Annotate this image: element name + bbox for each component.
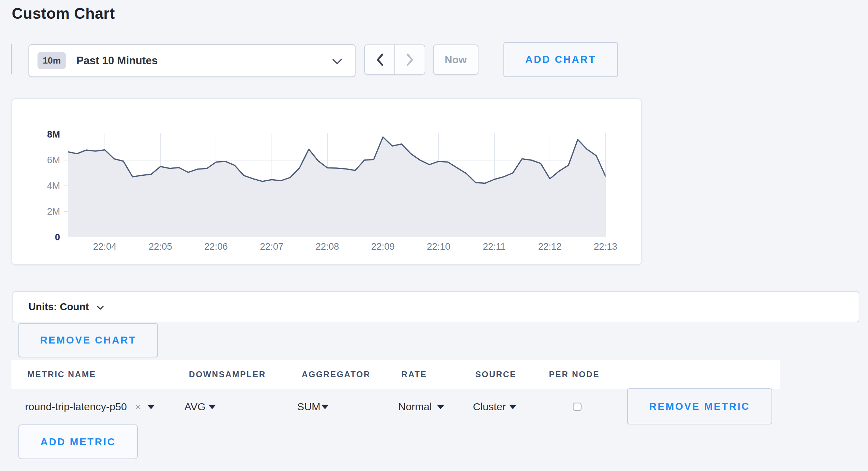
units-dropdown[interactable]: Units: Count	[12, 291, 859, 322]
now-button-label: Now	[445, 54, 467, 66]
col-header-downsampler: DOWNSAMPLER	[189, 360, 266, 389]
y-tick-label: 8M	[18, 129, 60, 140]
caret-down-icon[interactable]	[147, 405, 155, 409]
x-tick-label: 22:11	[470, 241, 519, 252]
time-range-badge: 10m	[37, 52, 66, 69]
col-header-source: SOURCE	[475, 360, 516, 389]
metric-name-dropdown[interactable]: round-trip-latency-p50	[25, 389, 127, 425]
custom-chart-page: Custom Chart 10m Past 10 Minutes Now ADD…	[0, 0, 868, 471]
time-prev-button[interactable]	[364, 44, 395, 75]
time-next-button[interactable]	[394, 44, 425, 75]
x-tick-label: 22:10	[414, 241, 463, 252]
add-metric-label: ADD METRIC	[40, 436, 116, 448]
col-header-metric-name: METRIC NAME	[27, 360, 96, 389]
remove-chart-button[interactable]: REMOVE CHART	[18, 323, 158, 357]
time-range-dropdown[interactable]: 10m Past 10 Minutes	[28, 44, 356, 77]
col-header-rate: RATE	[401, 360, 427, 389]
x-tick-label: 22:12	[526, 241, 574, 252]
add-chart-button[interactable]: ADD CHART	[503, 42, 618, 77]
x-tick-label: 22:13	[581, 241, 630, 252]
page-title: Custom Chart	[12, 5, 115, 22]
metrics-table-header: METRIC NAME DOWNSAMPLER AGGREGATOR RATE …	[11, 360, 780, 389]
x-tick-label: 22:06	[192, 241, 240, 252]
chevron-down-icon	[97, 305, 104, 310]
time-range-label: Past 10 Minutes	[76, 55, 158, 67]
caret-down-icon[interactable]	[437, 405, 444, 409]
y-tick-label: 0	[18, 232, 60, 243]
x-tick-label: 22:04	[81, 241, 129, 252]
rate-dropdown[interactable]: Normal	[398, 389, 432, 425]
x-tick-label: 22:05	[136, 241, 185, 252]
units-label: Units: Count	[28, 301, 89, 313]
now-button[interactable]: Now	[433, 44, 478, 75]
caret-down-icon[interactable]	[509, 405, 517, 409]
y-tick-label: 6M	[18, 155, 60, 166]
aggregator-dropdown[interactable]: SUM	[297, 389, 320, 425]
caret-down-icon[interactable]	[208, 405, 216, 409]
y-tick-label: 4M	[18, 180, 60, 191]
area-fill-path	[68, 137, 606, 237]
chevron-down-icon	[332, 58, 342, 65]
caret-down-icon[interactable]	[321, 405, 329, 409]
col-header-per-node: PER NODE	[549, 360, 600, 389]
x-tick-label: 22:08	[303, 241, 352, 252]
toolbar-divider	[11, 44, 12, 74]
close-icon[interactable]: ×	[135, 389, 141, 425]
x-tick-label: 22:07	[248, 241, 296, 252]
source-dropdown[interactable]: Cluster	[473, 389, 506, 425]
add-metric-button[interactable]: ADD METRIC	[18, 424, 138, 459]
col-header-aggregator: AGGREGATOR	[302, 360, 370, 389]
y-tick-label: 2M	[18, 206, 60, 217]
x-tick-label: 22:09	[359, 241, 407, 252]
remove-metric-label: REMOVE METRIC	[649, 401, 750, 412]
remove-chart-label: REMOVE CHART	[40, 334, 136, 346]
metric-line-chart	[68, 133, 606, 237]
chevron-right-icon	[406, 53, 414, 66]
remove-metric-button[interactable]: REMOVE METRIC	[627, 388, 772, 424]
chevron-left-icon	[376, 53, 384, 66]
downsampler-dropdown[interactable]: AVG	[184, 389, 206, 425]
add-chart-label: ADD CHART	[525, 54, 596, 65]
per-node-checkbox[interactable]	[573, 403, 582, 411]
